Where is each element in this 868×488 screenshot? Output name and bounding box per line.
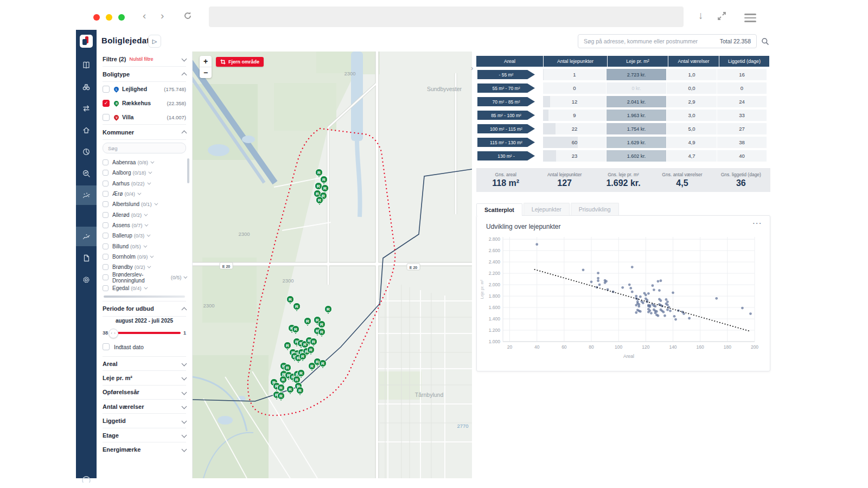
boligtype-option-lejlighed[interactable]: LLejlighed(175.748) <box>103 82 186 96</box>
data-point[interactable] <box>628 284 631 286</box>
kommune-item[interactable]: Aalborg(0/18) <box>103 168 186 178</box>
checkbox[interactable] <box>103 274 108 280</box>
data-point[interactable] <box>650 312 653 314</box>
table-row[interactable]: 85 m² - 100 m²91.963 kr.3,033 <box>476 110 770 121</box>
table-row[interactable]: 70 m² - 85 m²122.041 kr.2,924 <box>476 96 770 107</box>
checkbox[interactable] <box>103 159 108 165</box>
kommune-item[interactable]: Billund(0/5) <box>103 241 186 251</box>
chevron-down-icon[interactable] <box>143 243 147 247</box>
data-point[interactable] <box>635 304 637 306</box>
sidebar-item-search-chart[interactable] <box>76 164 97 183</box>
kommune-item[interactable]: Brønderslev-Dronninglund(0/5) <box>103 272 186 282</box>
sidebar-item-pages[interactable] <box>76 55 97 75</box>
data-point[interactable] <box>688 317 691 320</box>
reload-icon[interactable] <box>183 11 193 23</box>
filter-accordion-leje-pr-m-[interactable]: Leje pr. m² <box>103 370 186 384</box>
data-point[interactable] <box>657 314 660 317</box>
table-row[interactable]: 100 m² - 115 m²221.754 kr.5,027 <box>476 123 770 134</box>
data-point[interactable] <box>644 294 647 297</box>
data-point[interactable] <box>741 307 744 310</box>
data-point[interactable] <box>631 266 634 268</box>
data-point[interactable] <box>635 311 637 314</box>
expand-icon[interactable] <box>717 11 726 23</box>
vertical-scrollbar[interactable] <box>187 158 189 183</box>
reset-filters-link[interactable]: Nulstil filtre <box>129 56 153 62</box>
data-point[interactable] <box>672 291 674 294</box>
checkbox[interactable]: ✓ <box>103 100 110 107</box>
sidebar-item-binoculars[interactable] <box>76 77 97 97</box>
data-point[interactable] <box>658 289 661 292</box>
checkbox[interactable] <box>103 191 108 197</box>
checkbox[interactable] <box>103 285 108 291</box>
chevron-down-icon[interactable] <box>184 275 188 279</box>
chevron-down-icon[interactable] <box>144 285 148 289</box>
zoom-in-button[interactable]: + <box>200 56 212 67</box>
data-point[interactable] <box>662 311 665 313</box>
kommune-item[interactable]: Ballerup(0/3) <box>103 230 186 241</box>
sidebar-item-home[interactable] <box>76 120 97 140</box>
data-point[interactable] <box>749 312 752 315</box>
boligtype-option-villa[interactable]: VVilla(14.007) <box>103 110 186 124</box>
checkbox[interactable] <box>103 243 108 249</box>
data-point[interactable] <box>621 286 624 289</box>
map-canvas[interactable]: 2300Sundbyvester230023002300Tårnbylund27… <box>193 52 472 478</box>
sidebar-item-settings[interactable] <box>76 270 97 290</box>
kommune-item[interactable]: Assens(0/7) <box>103 220 186 230</box>
filter-accordion-areal[interactable]: Areal <box>103 356 186 370</box>
address-search-input[interactable]: Søg på adresse, kommune eller postnummer… <box>578 34 757 48</box>
checkbox[interactable] <box>103 181 108 187</box>
indtast-dato-checkbox[interactable] <box>103 343 110 350</box>
data-point[interactable] <box>715 297 718 300</box>
sidebar-item-transfer[interactable] <box>76 99 97 118</box>
kommune-item[interactable]: Aabenraa(0/8) <box>103 157 186 168</box>
data-point[interactable] <box>597 279 599 282</box>
boligtype-option-rækkehus[interactable]: ✓RRækkehus(22.358) <box>103 96 186 110</box>
zoom-out-button[interactable]: − <box>200 67 212 78</box>
data-point[interactable] <box>663 314 666 317</box>
checkbox[interactable] <box>103 233 108 239</box>
data-point[interactable] <box>647 292 650 295</box>
chevron-down-icon[interactable] <box>149 170 152 174</box>
data-point[interactable] <box>673 315 676 318</box>
chevron-down-icon[interactable] <box>148 265 151 268</box>
filter-accordion-etage[interactable]: Etage <box>103 428 186 442</box>
filter-accordion-opf-relses-r[interactable]: Opførelsesår <box>103 385 186 399</box>
periode-header[interactable]: Periode for udbud <box>103 301 186 317</box>
chevron-down-icon[interactable] <box>150 254 154 258</box>
data-point[interactable] <box>647 311 650 313</box>
data-point[interactable] <box>669 310 672 312</box>
checkbox[interactable] <box>103 201 108 207</box>
checkbox[interactable] <box>103 86 110 93</box>
data-point[interactable] <box>635 295 637 298</box>
map-image[interactable]: 2300Sundbyvester230023002300Tårnbylund27… <box>193 52 472 478</box>
tab-prisudvikling[interactable]: Prisudvikling <box>571 203 619 215</box>
boligtype-header[interactable]: Boligtype <box>103 67 186 82</box>
profile-icon[interactable] <box>76 475 97 483</box>
slider-handle[interactable]: ‹ › <box>108 329 118 338</box>
checkbox[interactable] <box>103 114 110 121</box>
kommuner-header[interactable]: Kommuner <box>103 124 186 140</box>
data-point[interactable] <box>648 305 651 308</box>
sidebar-item-chart-doughnut[interactable] <box>76 142 97 162</box>
chevron-down-icon[interactable] <box>145 222 149 226</box>
data-point[interactable] <box>651 284 654 287</box>
chevron-down-icon[interactable] <box>147 181 151 184</box>
periode-slider[interactable]: 38 ‹ › 1 <box>103 327 186 339</box>
sidebar-item-scatter[interactable] <box>76 185 97 205</box>
horizontal-scrollbar[interactable] <box>104 296 185 298</box>
checkbox[interactable] <box>103 170 108 176</box>
chevron-down-icon[interactable] <box>147 233 151 237</box>
checkbox[interactable] <box>103 222 108 228</box>
kommune-item[interactable]: Brøndby(0/2) <box>103 262 186 272</box>
forward-icon[interactable]: › <box>161 10 164 22</box>
sidebar-item-scatter-alt[interactable] <box>76 227 97 246</box>
app-logo[interactable] <box>80 35 93 48</box>
maximize-window-icon[interactable] <box>118 14 125 21</box>
filter-accordion-antal-v-relser[interactable]: Antal værelser <box>103 399 186 413</box>
filter-accordion-liggetid[interactable]: Liggetid <box>103 413 186 427</box>
kommune-item[interactable]: Allerød(0/2) <box>103 209 186 220</box>
kommune-item[interactable]: Bornholm(0/9) <box>103 252 186 262</box>
data-point[interactable] <box>666 309 669 311</box>
slider-track[interactable]: ‹ › <box>111 332 181 334</box>
kommune-search-input[interactable]: Søg <box>103 143 186 153</box>
